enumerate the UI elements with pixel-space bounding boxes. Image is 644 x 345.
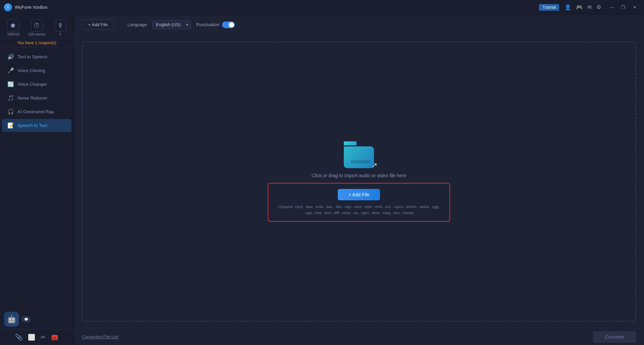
characters-icon: ⏺	[7, 19, 19, 31]
folder-icon: ↗	[342, 141, 376, 168]
punctuation-toggle: Punctuation	[196, 21, 235, 28]
punctuation-label: Punctuation	[196, 22, 219, 27]
sidebar-label-noise-reducer: Noise Reducer	[17, 95, 47, 100]
content-toolbar: + Add File Language English (US) Chinese…	[74, 15, 644, 35]
supported-formats-text: (Support .mp3, .wav, .m4a, .aac, .flac, …	[275, 204, 443, 216]
toolbar-right: Language English (US) Chinese Spanish Fr…	[127, 20, 235, 29]
sidebar-item-ai-generated-rap[interactable]: 🎧 AI Generated Rap	[2, 105, 71, 118]
language-select[interactable]: English (US) Chinese Spanish French Germ…	[152, 20, 191, 29]
add-file-toolbar-button[interactable]: + Add File	[82, 19, 114, 30]
tutorial-button[interactable]: Tutorial	[539, 4, 559, 11]
mail-icon[interactable]: ✉	[587, 4, 592, 10]
noise-reducer-icon: 🎵	[7, 95, 14, 101]
speech-to-text-icon: 📝	[7, 122, 14, 129]
sidebar-bottom: 📎 ⬜ ✂ 🧰	[0, 329, 73, 345]
main-layout: ⏺ 105413 ⏱ 116 min(s) 🎙 1 You have 1 cou…	[0, 15, 644, 345]
sidebar-stats: ⏺ 105413 ⏱ 116 min(s) 🎙 1	[0, 15, 73, 39]
language-select-wrap: English (US) Chinese Spanish French Germ…	[152, 20, 191, 29]
sidebar-label-voice-changer: Voice Changer	[17, 82, 47, 87]
converted-file-list-link[interactable]: Converted File List	[82, 334, 118, 339]
voice-changer-icon: 🔄	[7, 81, 14, 87]
drop-zone[interactable]: ↗ Click or drag to import audio or video…	[82, 42, 636, 322]
toolbox-icon[interactable]: 🧰	[51, 334, 58, 341]
add-file-main-button[interactable]: + Add File	[338, 189, 380, 200]
sidebar-label-speech-to-text: Speech to Text	[17, 123, 47, 128]
sidebar-label-ai-rap: AI Generated Rap	[17, 109, 54, 114]
stat-characters: ⏺ 105413	[7, 19, 19, 36]
voice-cloning-icon: 🎤	[7, 67, 14, 74]
folder-body	[344, 146, 374, 168]
voices-icon: 🎙	[54, 19, 66, 31]
add-file-box: + Add File (Support .mp3, .wav, .m4a, .a…	[268, 183, 450, 222]
title-bar: i iMyFone VoxBox Tutorial 👤 🎮 ✉ ⚙ — ❐ ✕	[0, 0, 644, 15]
text-to-speech-icon: 🔊	[7, 54, 14, 60]
characters-value: 105413	[7, 32, 19, 36]
sidebar: ⏺ 105413 ⏱ 116 min(s) 🎙 1 You have 1 cou…	[0, 15, 74, 345]
sidebar-item-speech-to-text[interactable]: 📝 Speech to Text	[2, 119, 71, 132]
drop-zone-instruction: Click or drag to import audio or video f…	[312, 173, 406, 178]
sidebar-robot: 🤖 💬	[0, 309, 73, 329]
sidebar-item-text-to-speech[interactable]: 🔊 Text to Speech	[2, 50, 71, 63]
sidebar-item-noise-reducer[interactable]: 🎵 Noise Reducer	[2, 91, 71, 105]
voices-value: 1	[59, 32, 61, 36]
minutes-icon: ⏱	[31, 19, 43, 31]
community-icon[interactable]: 🎮	[576, 4, 583, 10]
drop-zone-wrapper: ↗ Click or drag to import audio or video…	[74, 35, 644, 328]
sidebar-item-voice-cloning[interactable]: 🎤 Voice Cloning	[2, 64, 71, 77]
ai-rap-icon: 🎧	[7, 109, 14, 115]
folder-detail	[351, 160, 371, 163]
language-label: Language	[127, 22, 147, 27]
settings-icon[interactable]: ⚙	[596, 4, 601, 10]
chat-bubble-icon: 💬	[21, 316, 31, 323]
window-controls: — ❐ ✕	[606, 3, 640, 12]
user-icon[interactable]: 👤	[565, 4, 571, 10]
subtitle-icon[interactable]: ⬜	[28, 334, 35, 341]
stat-minutes: ⏱ 116 min(s)	[28, 19, 46, 36]
robot-avatar-icon: 🤖	[4, 312, 19, 327]
sidebar-label-voice-cloning: Voice Cloning	[17, 68, 45, 73]
title-bar-icons: 👤 🎮 ✉ ⚙	[565, 4, 601, 10]
punctuation-switch[interactable]	[222, 21, 235, 28]
cursor-icon: ↗	[371, 161, 377, 170]
stat-voices: 🎙 1	[54, 19, 66, 36]
folder-tab	[344, 141, 357, 145]
maximize-button[interactable]: ❐	[618, 3, 629, 12]
scissors-icon[interactable]: ✂	[41, 334, 46, 341]
app-title: iMyFone VoxBox	[15, 5, 536, 10]
coupon-bar: You have 1 coupon(s)	[0, 39, 73, 48]
attachment-icon[interactable]: 📎	[15, 334, 22, 341]
sidebar-label-text-to-speech: Text to Speech	[17, 54, 47, 59]
close-button[interactable]: ✕	[629, 3, 640, 12]
convert-button[interactable]: Converts	[593, 331, 636, 343]
sidebar-nav: 🔊 Text to Speech 🎤 Voice Cloning 🔄 Voice…	[0, 48, 73, 309]
app-logo: i	[4, 3, 12, 11]
content-footer: Converted File List Converts	[74, 328, 644, 345]
minutes-value: 116 min(s)	[28, 32, 46, 36]
sidebar-item-voice-changer[interactable]: 🔄 Voice Changer	[2, 78, 71, 91]
minimize-button[interactable]: —	[606, 3, 617, 12]
content-area: + Add File Language English (US) Chinese…	[74, 15, 644, 345]
